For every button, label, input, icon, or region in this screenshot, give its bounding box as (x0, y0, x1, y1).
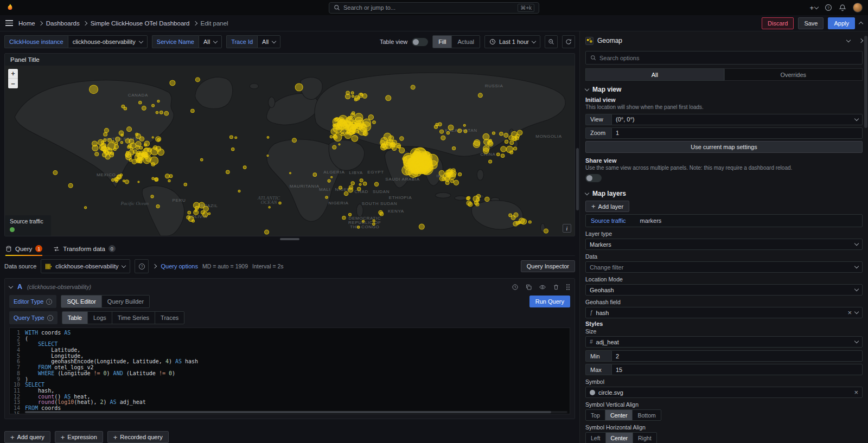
variable-value-dropdown[interactable]: All (199, 35, 222, 48)
table-view-toggle[interactable] (412, 38, 428, 46)
chevron-down-icon[interactable] (846, 37, 851, 42)
share-view-toggle[interactable] (585, 174, 602, 182)
map-zoom-out-button[interactable]: − (8, 79, 18, 88)
hide-response-eye-icon[interactable] (539, 284, 546, 291)
history-icon[interactable] (512, 284, 519, 291)
halign-center[interactable]: Center (605, 433, 633, 443)
save-button[interactable]: Save (798, 17, 824, 29)
zoom-input[interactable]: 1 (611, 127, 863, 139)
layer-type-select[interactable]: Markers (585, 239, 863, 250)
min-input[interactable]: 2 (611, 350, 863, 362)
valign-center[interactable]: Center (605, 410, 633, 420)
svg-text:ETHIOPIA: ETHIOPIA (389, 195, 412, 200)
section-collapse-icon (585, 86, 589, 91)
size-field-select[interactable]: # adj_heat (585, 336, 863, 348)
collapse-options-pane-icon[interactable] (859, 38, 863, 43)
collapse-query-icon[interactable] (9, 284, 13, 288)
query-type-timeseries[interactable]: Time Series (112, 312, 155, 324)
add-recorded-query-button[interactable]: +Recorded query (107, 431, 169, 443)
tab-all-options[interactable]: All (585, 68, 724, 81)
add-expression-button[interactable]: +Expression (55, 431, 103, 443)
geomap-canvas[interactable]: RUSSIACANADAUNITED STATESMEXICOBRAZILPER… (5, 66, 575, 236)
variable-value-dropdown[interactable]: All (257, 35, 280, 48)
tab-overrides[interactable]: Overrides (724, 68, 863, 81)
clock-icon (489, 38, 496, 45)
fill-option[interactable]: Fill (433, 36, 451, 48)
tab-query[interactable]: Query 1 (5, 242, 42, 255)
view-select[interactable]: (0°, 0°) (611, 114, 863, 125)
apply-button[interactable]: Apply (828, 17, 855, 29)
sql-code[interactable]: WITH coords AS( SELECT Latitude, Longitu… (25, 330, 570, 410)
clear-value-icon[interactable]: × (847, 309, 852, 316)
variable-label: ClickHouse instance (4, 35, 68, 48)
svg-text:?: ? (827, 6, 829, 10)
resize-drag-handle[interactable] (280, 238, 299, 240)
add-layer-button[interactable]: +Add layer (585, 201, 629, 212)
breadcrumb-dashboard-name[interactable]: Simple ClickHouse OTel Dashboard (91, 20, 190, 27)
options-scrollbar[interactable] (864, 36, 867, 128)
help-icon[interactable]: ? (825, 4, 832, 11)
refresh-button[interactable] (562, 35, 575, 48)
section-map-layers[interactable]: Map layers (585, 190, 863, 197)
delete-query-trash-icon[interactable] (553, 284, 559, 291)
options-search-input[interactable]: Search options (585, 51, 863, 65)
query-type-logs[interactable]: Logs (87, 312, 112, 324)
global-search-input[interactable]: Search or jump to... ⌘+k (329, 2, 539, 14)
location-mode-select[interactable]: Geohash (585, 284, 863, 296)
run-query-button[interactable]: Run Query (529, 296, 570, 307)
symbol-select[interactable]: circle.svg × (585, 387, 863, 398)
notifications-bell-icon[interactable] (839, 4, 846, 11)
add-query-button[interactable]: +Add query (4, 431, 50, 443)
left-column-scrollbar[interactable] (576, 148, 579, 210)
duplicate-query-icon[interactable] (525, 284, 532, 291)
discard-button[interactable]: Discard (762, 17, 794, 29)
map-attribution-info-icon[interactable]: i (563, 224, 571, 233)
query-builder-option[interactable]: Query Builder (101, 296, 149, 307)
section-map-view[interactable]: Map view (585, 86, 863, 93)
new-menu-button[interactable]: + (809, 4, 818, 11)
panel-title[interactable]: Panel Title (5, 54, 575, 66)
max-input[interactable]: 15 (611, 364, 863, 375)
layer-list-item[interactable]: Source traffic markers (585, 214, 863, 227)
share-view-title: Share view (585, 157, 863, 164)
plus-icon: + (10, 434, 15, 441)
data-select[interactable]: Change filter (585, 261, 863, 273)
sql-code-editor[interactable]: 123456789101112131415 WITH coords AS( SE… (9, 328, 570, 414)
map-zoom-in-button[interactable]: + (8, 69, 18, 79)
halign-left[interactable]: Left (586, 433, 605, 443)
grafana-logo[interactable] (5, 3, 15, 12)
geohash-field-select[interactable]: ƒ hash × (585, 307, 863, 318)
code-horizontal-scrollbar[interactable] (25, 411, 567, 413)
menu-toggle-icon[interactable] (5, 20, 13, 26)
breadcrumb-dashboards[interactable]: Dashboards (46, 20, 80, 27)
tab-transform-data[interactable]: Transform data 0 (53, 242, 116, 255)
variable-value-dropdown[interactable]: clickhouse-observability (68, 35, 148, 48)
user-avatar[interactable] (853, 3, 863, 12)
breadcrumb-home[interactable]: Home (18, 20, 35, 27)
query-options-link[interactable]: Query options (161, 263, 197, 269)
use-current-map-settings-button[interactable]: Use current map settings (585, 141, 863, 153)
time-range-picker[interactable]: Last 1 hour (484, 35, 540, 48)
query-type-table[interactable]: Table (62, 312, 87, 324)
valign-top[interactable]: Top (586, 410, 605, 420)
geohash-field-label: Geohash field (585, 299, 863, 305)
actual-option[interactable]: Actual (451, 36, 480, 48)
datasource-picker[interactable]: clickhouse-observability (41, 259, 130, 273)
query-type-traces[interactable]: Traces (155, 312, 184, 324)
query-inspector-button[interactable]: Query Inspector (521, 260, 575, 272)
query-footer-actions: +Add query +Expression +Recorded query (4, 431, 575, 443)
datasource-help-button[interactable]: ? (135, 259, 149, 273)
drag-handle-grip-icon[interactable] (566, 284, 570, 291)
query-ref-id[interactable]: A (17, 283, 22, 291)
zoom-out-time-button[interactable] (545, 35, 558, 48)
query-options-expand-icon[interactable] (152, 264, 157, 268)
layer-name[interactable]: Source traffic (591, 217, 626, 224)
min-field: Min 2 (585, 350, 863, 362)
sql-editor-option[interactable]: SQL Editor (61, 296, 101, 307)
halign-right[interactable]: Right (633, 433, 656, 443)
collapse-header-icon[interactable] (859, 22, 863, 26)
plus-icon: + (61, 434, 65, 441)
valign-bottom[interactable]: Bottom (632, 410, 660, 420)
clear-value-icon[interactable]: × (854, 389, 858, 396)
visualization-picker[interactable]: Geomap (585, 34, 863, 48)
